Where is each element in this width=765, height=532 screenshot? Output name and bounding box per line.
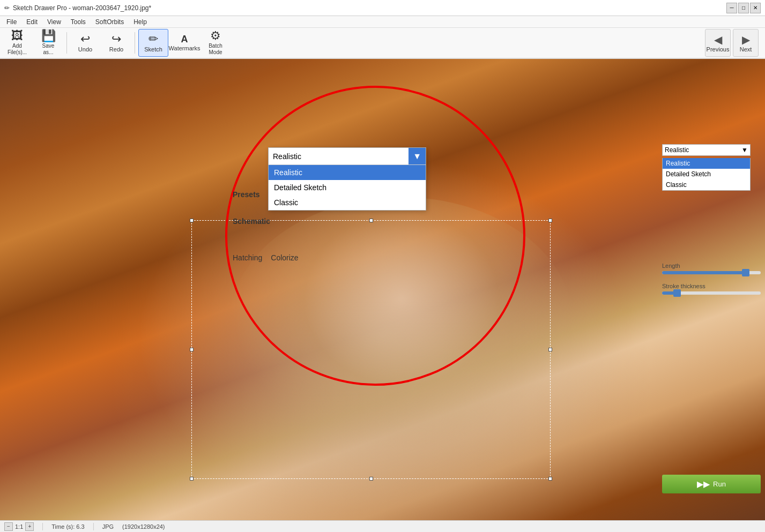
- next-button[interactable]: ▶ Next: [733, 29, 759, 57]
- small-dropdown-value: Realistic: [665, 146, 689, 154]
- small-dropdown[interactable]: Realistic ▼: [662, 144, 751, 156]
- run-button[interactable]: ▶▶ Run: [662, 475, 761, 493]
- small-dropdown-list: Realistic Detailed Sketch Classic: [662, 158, 751, 191]
- zoom-minus-button[interactable]: −: [4, 522, 13, 531]
- main-layout: Presets Schematic Realistic ▼ Realistic …: [0, 59, 765, 520]
- run-label: Run: [713, 480, 726, 488]
- save-as-icon: 💾: [41, 30, 56, 42]
- time-display: Time (s): 6.3: [51, 523, 84, 530]
- sketch-label: Sketch: [144, 46, 162, 53]
- zoom-level: 1:1: [15, 523, 23, 530]
- sketch-button[interactable]: ✏ Sketch: [138, 29, 168, 57]
- sketch-icon: ✏: [148, 33, 158, 45]
- length-slider-thumb[interactable]: [742, 269, 749, 276]
- bottom-controls-labels: Hatching Colorize: [233, 253, 299, 262]
- dimensions-display: (1920x1280x24): [122, 523, 165, 530]
- presets-label: Presets: [233, 190, 270, 199]
- status-sep-1: [42, 523, 43, 530]
- batch-mode-icon: ⚙: [210, 30, 221, 42]
- minimize-button[interactable]: ─: [726, 3, 737, 13]
- preset-labels-overlay: Presets Schematic: [233, 190, 270, 244]
- menu-softorbits[interactable]: SoftOrbits: [91, 17, 128, 27]
- length-slider-fill: [662, 271, 746, 274]
- next-icon: ▶: [742, 33, 750, 46]
- dropdown-arrow-button[interactable]: ▼: [409, 148, 426, 164]
- length-label: Length: [662, 263, 761, 269]
- menu-file[interactable]: File: [2, 17, 21, 27]
- add-files-button[interactable]: 🖼 AddFile(s)...: [2, 29, 32, 57]
- small-option-realistic[interactable]: Realistic: [663, 158, 750, 169]
- run-icon: ▶▶: [697, 479, 710, 489]
- redo-label: Redo: [109, 46, 123, 53]
- watermarks-icon: A: [181, 34, 188, 44]
- batch-mode-button[interactable]: ⚙ BatchMode: [200, 29, 231, 57]
- dropdown-option-detailed-sketch[interactable]: Detailed Sketch: [269, 180, 426, 195]
- length-slider-track[interactable]: [662, 271, 761, 274]
- dropdown-option-realistic[interactable]: Realistic: [269, 165, 426, 180]
- save-as-button[interactable]: 💾 Saveas...: [33, 29, 63, 57]
- restore-button[interactable]: □: [738, 3, 749, 13]
- add-files-icon: 🖼: [11, 30, 23, 42]
- redo-button[interactable]: ↪ Redo: [101, 29, 131, 57]
- app-icon: ✏: [4, 4, 10, 12]
- presets-dropdown-popup[interactable]: Realistic ▼ Realistic Detailed Sketch Cl…: [268, 147, 426, 211]
- undo-label: Undo: [78, 46, 92, 53]
- dropdown-current-value: Realistic: [273, 152, 409, 161]
- dropdown-list: Realistic Detailed Sketch Classic: [269, 165, 426, 210]
- add-files-label: AddFile(s)...: [8, 43, 27, 56]
- watermarks-label: Watermarks: [169, 45, 200, 51]
- stroke-slider-thumb[interactable]: [673, 289, 681, 297]
- batch-mode-label: BatchMode: [209, 43, 222, 56]
- schematic-label: Schematic: [233, 217, 270, 226]
- title-bar: ✏ Sketch Drawer Pro - woman-2003647_1920…: [0, 0, 765, 16]
- colorize-label-overlay: Colorize: [271, 253, 298, 262]
- close-button[interactable]: ✕: [750, 3, 761, 13]
- save-as-label: Saveas...: [42, 43, 55, 56]
- redo-icon: ↪: [112, 33, 121, 45]
- nav-buttons: ◀ Previous ▶ Next: [705, 29, 763, 57]
- zoom-plus-button[interactable]: +: [25, 522, 34, 531]
- format-display: JPG: [102, 523, 114, 530]
- small-option-detailed-sketch[interactable]: Detailed Sketch: [663, 169, 750, 179]
- small-dropdown-arrow: ▼: [741, 146, 748, 154]
- undo-button[interactable]: ↩ Undo: [70, 29, 100, 57]
- small-option-classic[interactable]: Classic: [663, 179, 750, 190]
- menu-bar: File Edit View Tools SoftOrbits Help: [0, 16, 765, 28]
- status-bar: − 1:1 + Time (s): 6.3 JPG (1920x1280x24): [0, 520, 765, 532]
- hatching-label: Hatching: [233, 253, 262, 262]
- small-dropdown-container: Realistic ▼ Realistic Detailed Sketch Cl…: [658, 142, 765, 191]
- status-sep-2: [93, 523, 94, 530]
- canvas-area[interactable]: Presets Schematic Realistic ▼ Realistic …: [0, 59, 765, 520]
- zoom-controls: − 1:1 +: [4, 522, 34, 531]
- window-title: Sketch Drawer Pro - woman-2003647_1920.j…: [13, 4, 151, 12]
- stroke-slider-track[interactable]: [662, 291, 761, 295]
- right-sliders-panel: Length Stroke thickness: [658, 263, 765, 303]
- previous-button[interactable]: ◀ Previous: [705, 29, 731, 57]
- run-button-container: ▶▶ Run: [662, 475, 761, 493]
- watermarks-button[interactable]: A Watermarks: [169, 29, 199, 57]
- menu-edit[interactable]: Edit: [22, 17, 42, 27]
- dropdown-trigger[interactable]: Realistic ▼: [269, 148, 426, 165]
- stroke-slider-row: Stroke thickness: [662, 283, 761, 295]
- toolbar-sep-1: [66, 32, 67, 54]
- previous-icon: ◀: [714, 33, 722, 46]
- toolbar-sep-2: [135, 32, 135, 54]
- menu-help[interactable]: Help: [129, 17, 151, 27]
- toolbar: 🖼 AddFile(s)... 💾 Saveas... ↩ Undo ↪ Red…: [0, 28, 765, 59]
- dropdown-option-classic[interactable]: Classic: [269, 195, 426, 210]
- image-canvas: [0, 59, 765, 520]
- menu-tools[interactable]: Tools: [66, 17, 90, 27]
- stroke-label: Stroke thickness: [662, 283, 761, 289]
- previous-label: Previous: [707, 46, 730, 53]
- length-slider-row: Length: [662, 263, 761, 274]
- undo-icon: ↩: [80, 33, 90, 45]
- menu-view[interactable]: View: [43, 17, 65, 27]
- next-label: Next: [740, 46, 752, 53]
